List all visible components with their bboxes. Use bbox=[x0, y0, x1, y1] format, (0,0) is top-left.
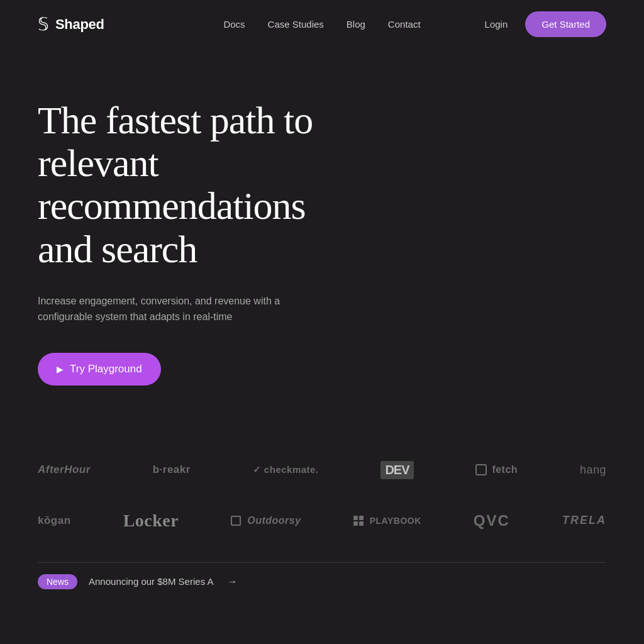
nav-links: Docs Case Studies Blog Contact bbox=[223, 19, 420, 30]
hero-subtitle: Increase engagement, conversion, and rev… bbox=[38, 293, 302, 325]
logo-kogan: kōgan bbox=[38, 514, 71, 527]
news-text: Announcing our $8M Series A bbox=[89, 576, 213, 587]
logo-link[interactable]: 𝕊 Shaped bbox=[38, 16, 104, 33]
get-started-button[interactable]: Get Started bbox=[525, 11, 606, 37]
logo-trela: TRELA bbox=[562, 514, 606, 527]
nav-case-studies[interactable]: Case Studies bbox=[268, 19, 324, 30]
navbar: 𝕊 Shaped Docs Case Studies Blog Contact … bbox=[0, 0, 644, 48]
logo-outdoorsy: Outdoorsy bbox=[231, 515, 301, 526]
nav-blog[interactable]: Blog bbox=[347, 19, 365, 30]
news-arrow-icon: → bbox=[227, 576, 237, 587]
try-playground-label: Try Playground bbox=[70, 363, 142, 375]
nav-docs[interactable]: Docs bbox=[223, 19, 245, 30]
nav-right: Login Get Started bbox=[485, 11, 606, 37]
hero-section: The fastest path to relevant recommendat… bbox=[0, 48, 390, 423]
fetch-icon bbox=[475, 464, 487, 475]
news-badge: News bbox=[38, 574, 77, 589]
logo-qvc: QVC bbox=[474, 512, 510, 530]
logos-row-1: AfterHour b·reakr ✓ checkmate. DEV fetch… bbox=[38, 461, 606, 479]
news-bar[interactable]: News Announcing our $8M Series A → bbox=[38, 562, 606, 601]
logo-icon: 𝕊 bbox=[38, 16, 49, 33]
logo-dev: DEV bbox=[380, 461, 413, 479]
hero-title: The fastest path to relevant recommendat… bbox=[38, 99, 352, 270]
logo-breakr: b·reakr bbox=[153, 464, 191, 476]
logo-hang: hang bbox=[580, 464, 606, 477]
logo-afterhour: AfterHour bbox=[38, 464, 91, 476]
outdoorsy-icon bbox=[231, 516, 241, 526]
logo-checkmate: ✓ checkmate. bbox=[253, 464, 319, 475]
play-icon: ▶ bbox=[57, 364, 64, 374]
nav-contact[interactable]: Contact bbox=[388, 19, 421, 30]
nav-login[interactable]: Login bbox=[485, 19, 508, 30]
logo-locker: Locker bbox=[123, 511, 179, 531]
try-playground-button[interactable]: ▶ Try Playground bbox=[38, 353, 161, 386]
logo-text: Shaped bbox=[55, 16, 104, 33]
logos-row-2: kōgan Locker Outdoorsy PLAYBOOK QVC TREL… bbox=[38, 511, 606, 531]
playbook-icon bbox=[353, 516, 364, 526]
logo-playbook: PLAYBOOK bbox=[353, 516, 421, 526]
logo-fetch: fetch bbox=[475, 464, 518, 475]
logos-section: AfterHour b·reakr ✓ checkmate. DEV fetch… bbox=[0, 423, 644, 531]
